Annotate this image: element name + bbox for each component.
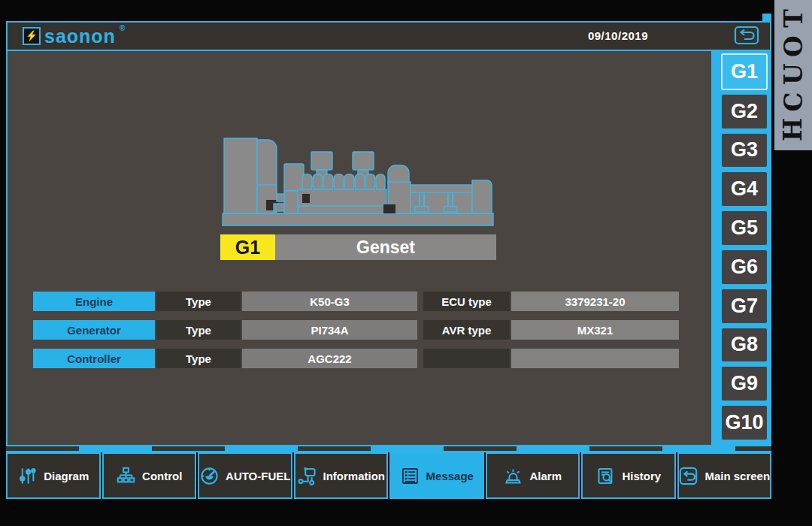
nav-label: AUTO-FUEL: [226, 470, 290, 482]
field2-label: [423, 349, 510, 368]
nav-label: Main screen: [704, 470, 770, 482]
history-search-icon: [595, 466, 616, 486]
genset-button-g9[interactable]: G9: [721, 366, 768, 401]
message-list-icon: [400, 466, 420, 486]
bezel-touch-label: TOUCH: [774, 0, 812, 150]
nav-message[interactable]: Message: [389, 452, 484, 499]
genset-button-g1[interactable]: G1: [721, 53, 768, 90]
brand-name: saonon: [44, 27, 116, 46]
hmi-screen: saonon ® 09/10/2019 G1G2G3G4G5G6G7G8G9G1…: [0, 0, 812, 526]
field2-label: AVR type: [423, 320, 510, 340]
field-label: Type: [156, 320, 241, 340]
nav-label: History: [622, 470, 661, 482]
field2-label: ECU type: [423, 292, 510, 311]
genset-title: Genset: [275, 234, 496, 260]
genset-button-g8[interactable]: G8: [721, 328, 768, 363]
nav-label: Control: [142, 470, 182, 482]
nav-label: Diagram: [44, 470, 89, 482]
return-icon: [678, 466, 698, 486]
content-area: G1 Genset EngineTypeK50-G3ECU type337923…: [8, 50, 711, 445]
table-gap: [417, 320, 423, 340]
date-display: 09/10/2019: [588, 23, 648, 48]
touch-letter: T: [780, 9, 807, 28]
component-label[interactable]: Controller: [33, 349, 155, 368]
field-value: K50-G3: [242, 292, 417, 311]
genset-button-g10[interactable]: G10: [721, 405, 768, 440]
bottom-nav: DiagramControlAUTO-FUELInformationMessag…: [6, 452, 771, 499]
nav-information[interactable]: Information: [294, 452, 389, 499]
nav-tab-strip: [6, 445, 771, 452]
info-table: EngineTypeK50-G3ECU type3379231-20Genera…: [33, 292, 679, 377]
table-row: EngineTypeK50-G3ECU type3379231-20: [33, 292, 679, 311]
nav-alarm[interactable]: Alarm: [486, 452, 580, 499]
nav-diagram[interactable]: Diagram: [6, 452, 101, 499]
field2-value: 3379231-20: [511, 292, 679, 311]
component-label[interactable]: Engine: [33, 292, 155, 311]
corner-notch: [762, 14, 771, 21]
nav-label: Message: [426, 470, 474, 482]
genset-button-g3[interactable]: G3: [721, 133, 768, 168]
return-button[interactable]: [734, 26, 759, 45]
nav-auto-fuel[interactable]: AUTO-FUEL: [198, 452, 292, 499]
genset-button-g6[interactable]: G6: [721, 249, 768, 285]
table-row: GeneratorTypePI734AAVR typeMX321: [33, 320, 679, 340]
field2-value: [511, 349, 679, 368]
field2-value: MX321: [511, 320, 679, 340]
lightning-bolt-icon: [23, 27, 41, 45]
touch-letter: U: [780, 63, 807, 85]
network-tree-icon: [116, 466, 136, 486]
gauge-icon: [199, 466, 220, 486]
genset-button-g2[interactable]: G2: [721, 94, 768, 129]
genset-tag-badge: G1: [220, 234, 275, 260]
genset-button-g4[interactable]: G4: [721, 171, 768, 207]
nav-label: Alarm: [529, 470, 562, 482]
nav-history[interactable]: History: [581, 452, 676, 499]
nav-control[interactable]: Control: [102, 452, 197, 499]
header-bar: saonon ® 09/10/2019: [8, 23, 770, 51]
main-panel: saonon ® 09/10/2019 G1G2G3G4G5G6G7G8G9G1…: [6, 21, 771, 446]
flowchart-icon: [297, 466, 317, 486]
registered-mark: ®: [120, 24, 125, 32]
genset-button-g5[interactable]: G5: [721, 210, 768, 246]
touch-letter: H: [780, 118, 807, 141]
table-gap: [417, 292, 423, 311]
touch-letter: O: [780, 35, 807, 57]
genset-illustration: [218, 132, 498, 234]
component-label[interactable]: Generator: [33, 320, 155, 340]
genset-selector: G1G2G3G4G5G6G7G8G9G10: [711, 50, 770, 445]
field-label: Type: [156, 349, 241, 368]
table-gap: [417, 349, 423, 368]
table-row: ControllerTypeAGC222: [33, 349, 679, 368]
field-label: Type: [156, 292, 241, 311]
sliders-icon: [17, 466, 38, 486]
touch-letter: C: [779, 92, 807, 111]
field-value: PI734A: [242, 320, 417, 340]
brand-logo: saonon ®: [23, 26, 125, 47]
field-value: AGC222: [242, 349, 417, 368]
nav-main-screen[interactable]: Main screen: [677, 452, 772, 499]
alarm-siren-icon: [503, 466, 523, 486]
genset-button-g7[interactable]: G7: [721, 289, 768, 324]
nav-label: Information: [323, 470, 386, 482]
